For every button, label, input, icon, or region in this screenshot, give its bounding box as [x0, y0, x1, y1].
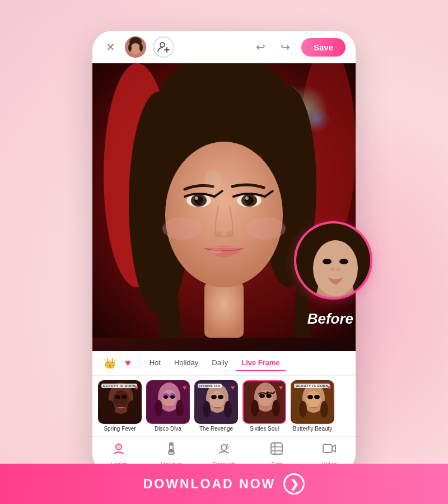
- download-banner[interactable]: DOWNLOAD NOW ❯: [0, 464, 448, 504]
- svg-point-18: [165, 142, 283, 287]
- svg-point-37: [127, 400, 136, 418]
- edit-icon: [269, 441, 284, 459]
- svg-point-19: [162, 217, 202, 240]
- svg-point-5: [160, 43, 165, 47]
- svg-point-61: [259, 394, 265, 398]
- svg-point-30: [226, 231, 235, 237]
- photo-area: [92, 63, 356, 351]
- svg-point-68: [307, 395, 313, 399]
- filter-thumb-sixties: ♥: [242, 380, 286, 424]
- svg-point-31: [209, 249, 222, 254]
- spring-label: Spring Fever: [104, 426, 136, 432]
- svg-point-39: [122, 395, 127, 399]
- svg-point-60: [272, 400, 280, 417]
- close-button[interactable]: ✕: [102, 39, 118, 55]
- filter-thumb-revenge: jeanine lob ♥: [194, 380, 238, 424]
- looks-icon: [111, 441, 126, 459]
- filter-butterfly-beauty[interactable]: BEAUTY IS BORN ♥ Butterfly Beauty: [291, 380, 334, 432]
- svg-point-71: [117, 445, 120, 449]
- svg-point-92: [330, 268, 335, 271]
- svg-point-78: [228, 446, 230, 447]
- svg-rect-17: [204, 282, 244, 338]
- spring-brand-tag: BEAUTY IS BORN: [101, 384, 137, 388]
- svg-point-77: [227, 444, 228, 446]
- svg-point-3: [128, 44, 132, 52]
- svg-rect-73: [170, 443, 172, 446]
- svg-point-65: [306, 391, 321, 408]
- filter-row: BEAUTY IS BORN ♥ Spring Fever: [92, 376, 356, 436]
- svg-point-28: [245, 197, 249, 200]
- filter-disco-diva[interactable]: ♥ Disco Diva: [146, 380, 190, 432]
- portrait-image: [92, 63, 356, 338]
- svg-point-62: [266, 394, 272, 398]
- butterfly-brand-tag: BEAUTY IS BORN: [294, 384, 330, 388]
- filter-the-revenge[interactable]: jeanine lob ♥ The Revenge: [194, 380, 238, 432]
- top-bar: ✕: [92, 31, 356, 63]
- svg-point-66: [299, 401, 307, 418]
- page-container: ✕: [0, 0, 448, 504]
- spring-heart: ♥: [134, 384, 138, 391]
- category-tabs: 👑 ♥ Hot Holiday Daily Live Frame: [92, 351, 356, 376]
- svg-point-76: [221, 445, 227, 450]
- tab-favorites[interactable]: ♥: [122, 355, 134, 371]
- svg-point-29: [213, 231, 222, 237]
- add-person-button[interactable]: [153, 36, 174, 58]
- save-button[interactable]: Save: [301, 38, 346, 57]
- makeup-icon: [164, 441, 179, 459]
- svg-point-79: [227, 447, 228, 449]
- filter-thumb-disco: ♥: [146, 380, 190, 424]
- svg-point-69: [314, 395, 320, 399]
- svg-point-81: [273, 444, 275, 446]
- svg-point-53: [224, 401, 232, 418]
- video-icon: [322, 441, 337, 459]
- svg-point-47: [164, 395, 168, 399]
- svg-point-59: [251, 400, 259, 417]
- svg-point-38: [115, 395, 120, 399]
- filter-thumb-butterfly: BEAUTY IS BORN ♥: [291, 380, 334, 424]
- svg-point-55: [218, 395, 223, 399]
- svg-point-32: [204, 170, 221, 192]
- tab-live-frame[interactable]: Live Frame: [236, 355, 286, 371]
- svg-point-83: [324, 443, 326, 445]
- revenge-brand-tag: jeanine lob: [198, 384, 222, 388]
- svg-point-36: [106, 400, 115, 418]
- svg-point-91: [339, 259, 348, 264]
- filter-thumb-spring: BEAUTY IS BORN ♥: [98, 380, 142, 424]
- svg-point-43: [155, 400, 162, 417]
- before-preview: [294, 221, 372, 300]
- download-text: DOWNLOAD NOW: [143, 477, 276, 492]
- revenge-heart: ♥: [231, 384, 235, 391]
- svg-point-4: [139, 44, 143, 52]
- tab-holiday[interactable]: Holiday: [169, 355, 204, 371]
- butterfly-heart: ♥: [327, 384, 331, 391]
- tab-hot[interactable]: Hot: [144, 355, 166, 371]
- svg-point-93: [336, 268, 340, 271]
- svg-rect-75: [169, 451, 174, 454]
- retouch-icon: [217, 441, 231, 459]
- svg-point-48: [170, 395, 175, 399]
- svg-point-90: [323, 259, 332, 264]
- filter-sixties-soul[interactable]: ♥ Sixties Soul: [242, 380, 286, 432]
- svg-rect-82: [323, 445, 332, 452]
- disco-label: Disco Diva: [155, 426, 181, 432]
- undo-button[interactable]: ↩: [252, 38, 270, 56]
- svg-point-2: [130, 43, 141, 54]
- svg-point-52: [203, 401, 211, 418]
- sixties-label: Sixties Soul: [250, 426, 279, 432]
- tab-crown[interactable]: 👑: [100, 355, 119, 372]
- svg-point-54: [211, 395, 217, 399]
- svg-point-67: [320, 401, 328, 418]
- avatar[interactable]: [125, 36, 146, 58]
- tab-daily[interactable]: Daily: [206, 355, 234, 371]
- filter-spring-fever[interactable]: BEAUTY IS BORN ♥ Spring Fever: [98, 380, 142, 432]
- sixties-heart: ♥: [279, 384, 283, 391]
- before-label: Before: [307, 310, 353, 328]
- redo-button[interactable]: ↪: [277, 38, 295, 56]
- svg-point-51: [210, 391, 225, 408]
- svg-point-44: [176, 400, 184, 417]
- phone-mockup: ✕: [92, 31, 356, 473]
- svg-rect-80: [271, 443, 282, 454]
- svg-point-24: [195, 197, 198, 200]
- svg-point-89: [313, 240, 358, 296]
- butterfly-label: Butterfly Beauty: [293, 426, 333, 432]
